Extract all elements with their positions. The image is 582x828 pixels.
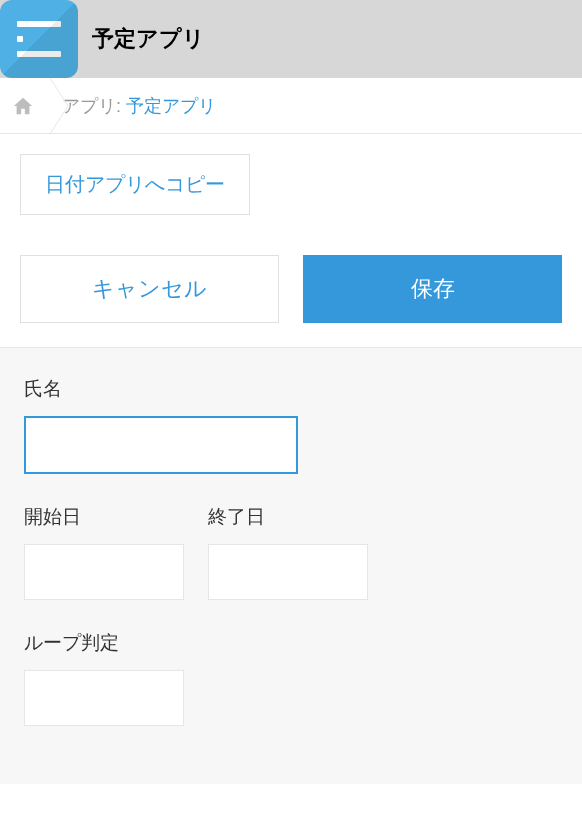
- app-header: 予定アプリ: [0, 0, 582, 78]
- breadcrumb-text: アプリ: 予定アプリ: [62, 94, 216, 118]
- breadcrumb-app-link[interactable]: 予定アプリ: [126, 96, 216, 116]
- app-icon: [0, 0, 78, 78]
- start-date-label: 開始日: [24, 504, 184, 530]
- start-date-input[interactable]: [24, 544, 184, 600]
- date-fields-row: 開始日 終了日: [24, 504, 558, 600]
- field-end-date: 終了日: [208, 504, 368, 600]
- loop-check-label: ループ判定: [24, 630, 558, 656]
- copy-to-date-app-button[interactable]: 日付アプリへコピー: [20, 154, 250, 215]
- app-title: 予定アプリ: [92, 24, 205, 54]
- save-button[interactable]: 保存: [303, 255, 562, 323]
- breadcrumb: アプリ: 予定アプリ: [0, 78, 582, 134]
- cancel-button[interactable]: キャンセル: [20, 255, 279, 323]
- name-label: 氏名: [24, 376, 558, 402]
- loop-check-input[interactable]: [24, 670, 184, 726]
- end-date-label: 終了日: [208, 504, 368, 530]
- field-loop-check: ループ判定: [24, 630, 558, 726]
- breadcrumb-prefix: アプリ:: [62, 96, 126, 116]
- end-date-input[interactable]: [208, 544, 368, 600]
- form-area: 氏名 開始日 終了日 ループ判定: [0, 347, 582, 784]
- name-input[interactable]: [24, 416, 298, 474]
- toolbar: 日付アプリへコピー: [0, 134, 582, 235]
- list-icon: [17, 21, 61, 57]
- action-buttons: キャンセル 保存: [0, 235, 582, 347]
- field-name: 氏名: [24, 376, 558, 474]
- home-icon[interactable]: [12, 95, 34, 117]
- field-start-date: 開始日: [24, 504, 184, 600]
